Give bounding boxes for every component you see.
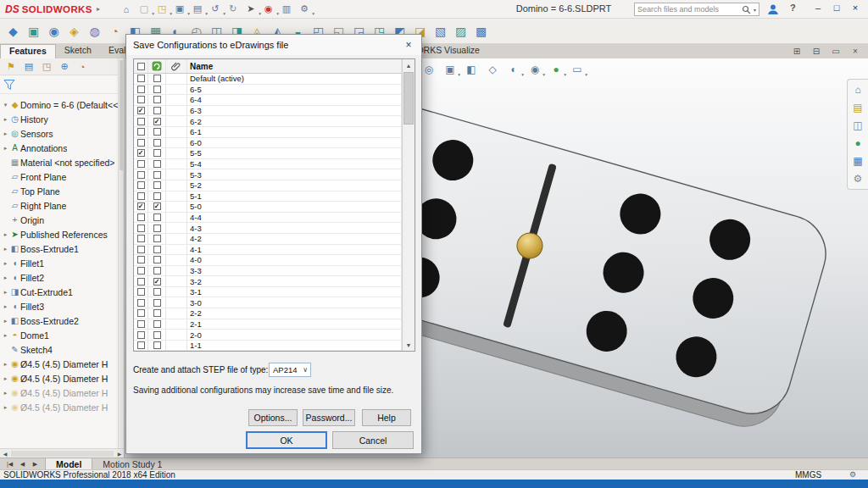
- propertymanager-tab-icon[interactable]: ▤: [23, 61, 35, 73]
- scrollbar-thumb[interactable]: [403, 72, 414, 125]
- save-checkbox[interactable]: [137, 246, 145, 253]
- dimxpertmanager-tab-icon[interactable]: ⊕: [58, 61, 70, 73]
- edrawings-checkbox[interactable]: [153, 149, 161, 157]
- tree-item[interactable]: ▸◷History: [0, 112, 124, 126]
- tree-item[interactable]: ▸◎Sensors: [0, 126, 124, 141]
- save-checkbox[interactable]: [137, 181, 145, 189]
- filter-icon[interactable]: [3, 79, 15, 91]
- password-button[interactable]: Password...: [303, 409, 355, 426]
- scrollbar-track[interactable]: [11, 451, 114, 457]
- config-row[interactable]: 2-1: [134, 319, 402, 330]
- edrawings-checkbox[interactable]: [153, 107, 161, 114]
- tab-motion-study-1[interactable]: Motion Study 1: [92, 458, 172, 469]
- expander-icon[interactable]: ▸: [2, 246, 9, 252]
- ribbon-tool-icon[interactable]: ◈: [65, 21, 83, 42]
- save-checkbox[interactable]: ✓: [137, 149, 145, 157]
- expander-icon[interactable]: ▸: [2, 289, 9, 296]
- save-checkbox[interactable]: [137, 192, 145, 200]
- expander-icon[interactable]: ▸: [2, 145, 9, 152]
- edrawings-checkbox[interactable]: ✓: [153, 202, 161, 210]
- save-checkbox[interactable]: [137, 75, 145, 82]
- save-checkbox[interactable]: [137, 288, 145, 296]
- config-row[interactable]: 4-1: [134, 245, 402, 256]
- tab-model[interactable]: Model: [45, 458, 92, 469]
- file-properties-icon[interactable]: ▥: [279, 2, 294, 16]
- search-icon[interactable]: [742, 5, 751, 14]
- edrawings-checkbox[interactable]: [153, 235, 161, 242]
- scroll-up-icon[interactable]: ▲: [403, 59, 415, 71]
- doc-close-icon[interactable]: ×: [849, 45, 861, 57]
- file-explorer-icon[interactable]: ◫: [851, 119, 865, 131]
- save-checkbox[interactable]: [137, 225, 145, 232]
- tree-item[interactable]: ▸◖Fillet2: [0, 270, 124, 285]
- minimize-button[interactable]: –: [810, 3, 826, 13]
- tree-item[interactable]: +Origin: [0, 213, 124, 227]
- expander-icon[interactable]: ▸: [2, 318, 9, 324]
- displaymanager-tab-icon[interactable]: ◔: [76, 61, 88, 73]
- edrawings-checkbox[interactable]: [153, 288, 161, 296]
- redo-icon[interactable]: ↻: [225, 2, 241, 16]
- config-row[interactable]: ✓5-5: [134, 148, 402, 159]
- solidworks-resources-icon[interactable]: ⚙: [851, 173, 865, 185]
- ribbon-tool-icon[interactable]: ◉: [45, 21, 63, 42]
- section-view-icon[interactable]: ◧: [464, 62, 479, 77]
- config-row[interactable]: 4-3: [134, 223, 402, 234]
- tree-item[interactable]: ▸◧Boss-Extrude2: [0, 313, 124, 328]
- expander-icon[interactable]: ▸: [2, 375, 9, 382]
- tab-features[interactable]: Features: [0, 44, 56, 58]
- config-row[interactable]: 6-0: [134, 138, 402, 149]
- expander-icon[interactable]: ▸: [2, 116, 9, 123]
- edrawings-checkbox[interactable]: [153, 75, 161, 82]
- tree-item[interactable]: ▸◨Cut-Extrude1: [0, 285, 124, 299]
- save-checkbox[interactable]: [137, 139, 145, 147]
- status-options-icon[interactable]: ⚙: [849, 470, 856, 479]
- config-row[interactable]: 3-1: [134, 287, 402, 298]
- save-checkbox[interactable]: [137, 320, 145, 328]
- tree-item[interactable]: ▸◓Dome1: [0, 328, 124, 342]
- save-checkbox[interactable]: [137, 309, 145, 317]
- edrawings-checkbox[interactable]: [153, 331, 161, 339]
- config-row[interactable]: 3-0: [134, 297, 402, 308]
- config-row[interactable]: 5-3: [134, 169, 402, 180]
- save-checkbox[interactable]: [137, 278, 145, 286]
- scroll-down-icon[interactable]: ▼: [403, 339, 415, 351]
- display-style-icon[interactable]: ◐▾: [506, 62, 521, 77]
- save-checkbox[interactable]: [137, 160, 145, 168]
- save-checkbox[interactable]: [137, 267, 145, 274]
- open-icon[interactable]: ◳▾: [154, 2, 170, 16]
- tree-item[interactable]: ▸◖Fillet3: [0, 299, 124, 313]
- edrawings-checkbox[interactable]: [153, 86, 161, 93]
- tree-item[interactable]: ▱Right Plane: [0, 198, 124, 213]
- save-checkbox[interactable]: [137, 86, 145, 93]
- select-all-checkbox[interactable]: [137, 63, 145, 70]
- config-row[interactable]: 5-1: [134, 191, 402, 202]
- config-row[interactable]: 5-2: [134, 180, 402, 191]
- options-icon[interactable]: ⚙▾: [297, 2, 312, 16]
- edrawings-checkbox[interactable]: ✓: [153, 278, 161, 286]
- doc-minimize-icon[interactable]: ▭: [830, 45, 842, 57]
- ribbon-tool-icon[interactable]: ▣: [25, 21, 42, 42]
- save-checkbox[interactable]: [137, 171, 145, 179]
- config-row[interactable]: 2-2: [134, 308, 402, 319]
- edrawings-checkbox[interactable]: [153, 171, 161, 179]
- tree-item[interactable]: ▱Top Plane: [0, 184, 124, 198]
- save-checkbox[interactable]: [137, 118, 145, 125]
- config-row[interactable]: 6-5: [134, 85, 402, 96]
- edrawings-checkbox[interactable]: [153, 299, 161, 307]
- edrawings-checkbox[interactable]: [153, 320, 161, 328]
- configurationmanager-tab-icon[interactable]: ◳: [41, 61, 53, 73]
- save-checkbox[interactable]: [137, 256, 145, 263]
- edrawings-checkbox[interactable]: [153, 139, 161, 147]
- appearance-icon[interactable]: ●▾: [548, 62, 564, 77]
- save-icon[interactable]: ▣▾: [172, 2, 187, 16]
- tree-item[interactable]: ▦Material <not specified>: [0, 155, 124, 169]
- close-button[interactable]: ×: [848, 3, 863, 13]
- config-row[interactable]: 4-4: [134, 213, 402, 224]
- tree-item[interactable]: ▱Front Plane: [0, 169, 124, 184]
- user-account-icon[interactable]: [767, 3, 779, 15]
- scroll-right-icon[interactable]: ▶: [114, 451, 125, 457]
- custom-properties-icon[interactable]: ▦: [851, 155, 865, 167]
- search-dropdown-icon[interactable]: ▾: [754, 7, 756, 13]
- doc-restore-icon[interactable]: ⊟: [810, 45, 822, 57]
- view-orientation-icon[interactable]: ▣▾: [442, 62, 458, 77]
